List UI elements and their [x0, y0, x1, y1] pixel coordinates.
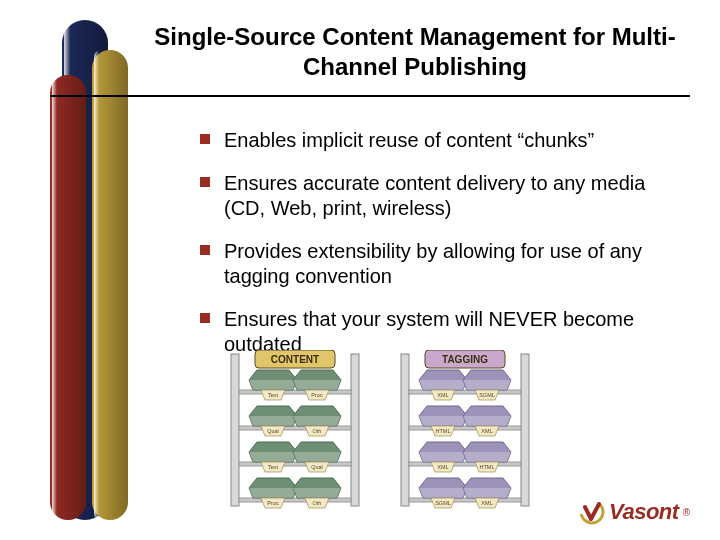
bullet-list: Enables implicit reuse of content “chunk…: [160, 128, 660, 375]
svg-rect-5: [94, 50, 108, 520]
slide-title: Single-Source Content Management for Mul…: [150, 22, 680, 82]
svg-rect-8: [52, 75, 66, 520]
svg-text:CONTENT: CONTENT: [271, 354, 319, 365]
svg-rect-38: [409, 498, 521, 502]
svg-rect-16: [239, 426, 351, 430]
svg-rect-22: [239, 498, 351, 502]
svg-text:XML: XML: [437, 392, 448, 398]
illustration-tagging-shelf: TAGGINGXMLSGMLHTMLXMLXMLHTMLSGMLXML: [395, 350, 535, 510]
bullet-item: Provides extensibility by allowing for u…: [200, 239, 660, 289]
logo-mark-icon: [579, 499, 605, 525]
svg-text:HTML: HTML: [436, 428, 451, 434]
header-rule: [50, 95, 690, 97]
logo-registered: ®: [683, 507, 690, 518]
svg-rect-29: [409, 390, 521, 394]
illustration-row: CONTENTTextProcQualOthTextQualProcOth TA…: [210, 350, 550, 510]
svg-text:Text: Text: [268, 464, 279, 470]
svg-text:Oth: Oth: [313, 428, 322, 434]
svg-text:Qual: Qual: [311, 464, 323, 470]
svg-text:HTML: HTML: [480, 464, 495, 470]
svg-text:Qual: Qual: [267, 428, 279, 434]
bullet-item: Enables implicit reuse of content “chunk…: [200, 128, 660, 153]
svg-text:SGML: SGML: [479, 392, 495, 398]
svg-text:SGML: SGML: [435, 500, 451, 506]
vasont-logo: Vasont ®: [579, 499, 690, 525]
svg-text:XML: XML: [437, 464, 448, 470]
svg-rect-26: [521, 354, 529, 506]
svg-text:Proc: Proc: [311, 392, 323, 398]
svg-rect-19: [239, 462, 351, 466]
svg-text:TAGGING: TAGGING: [442, 354, 488, 365]
svg-text:XML: XML: [481, 500, 492, 506]
svg-rect-25: [401, 354, 409, 506]
svg-rect-9: [231, 354, 239, 506]
svg-point-41: [579, 499, 605, 525]
svg-text:XML: XML: [481, 428, 492, 434]
svg-rect-10: [351, 354, 359, 506]
svg-rect-32: [409, 426, 521, 430]
svg-text:Proc: Proc: [267, 500, 279, 506]
logo-text: Vasont: [609, 499, 679, 525]
illustration-content-shelf: CONTENTTextProcQualOthTextQualProcOth: [225, 350, 365, 510]
svg-rect-13: [239, 390, 351, 394]
svg-rect-35: [409, 462, 521, 466]
bullet-item: Ensures accurate content delivery to any…: [200, 171, 660, 221]
slide: Single-Source Content Management for Mul…: [0, 0, 720, 540]
svg-text:Text: Text: [268, 392, 279, 398]
svg-text:Oth: Oth: [313, 500, 322, 506]
